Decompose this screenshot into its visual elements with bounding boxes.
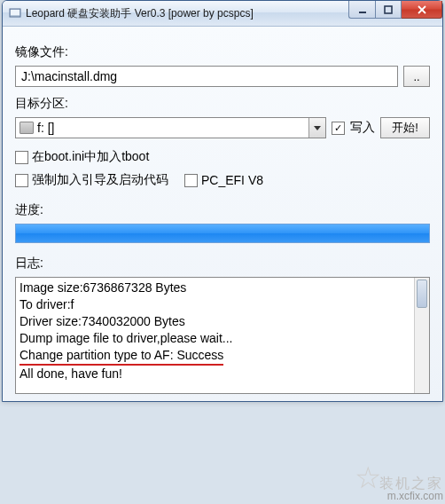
pcefi-label: PC_EFI V8	[201, 173, 263, 187]
write-checkbox[interactable]	[332, 122, 345, 135]
progress-bar	[15, 224, 430, 243]
image-path-input[interactable]	[15, 66, 398, 87]
chevron-down-icon[interactable]	[308, 118, 325, 138]
watermark: ☆装机之家 m.xcfix.com	[355, 466, 443, 502]
app-window: Leopard 硬盘安装助手 Ver0.3 [power by pcspcs] …	[2, 0, 443, 402]
maximize-button[interactable]	[375, 1, 402, 19]
log-scrollbar[interactable]	[414, 278, 429, 393]
log-line: Change partition type to AF: Success	[20, 347, 425, 366]
app-icon	[8, 6, 22, 20]
drive-icon	[20, 122, 34, 134]
star-icon: ☆装机之家	[355, 466, 443, 490]
watermark-url: m.xcfix.com	[355, 490, 443, 502]
browse-button[interactable]: ..	[403, 66, 430, 87]
client-area: 镜像文件: .. 目标分区: f: [] 写入 开始! 在boot.ini中加入…	[3, 27, 442, 401]
minimize-button[interactable]	[348, 1, 375, 19]
tboot-label: 在boot.ini中加入tboot	[32, 149, 149, 165]
start-button[interactable]: 开始!	[380, 117, 430, 138]
options-group: 在boot.ini中加入tboot 强制加入引导及启动代码 PC_EFI V8	[15, 147, 430, 190]
svg-rect-1	[11, 10, 20, 15]
target-partition-value: f: []	[37, 121, 308, 135]
log-line: All done, have fun!	[20, 366, 425, 382]
progress-fill	[16, 224, 429, 242]
progress-label: 进度:	[15, 202, 430, 218]
svg-rect-3	[385, 6, 392, 13]
log-line: To driver:f	[20, 296, 425, 313]
log-output[interactable]: Image size:6736867328 Bytes To driver:f …	[15, 277, 430, 394]
force-label: 强制加入引导及启动代码	[32, 172, 168, 188]
target-partition-label: 目标分区:	[15, 96, 430, 112]
log-label: 日志:	[15, 256, 430, 272]
image-file-label: 镜像文件:	[15, 44, 430, 60]
log-line: Driver size:7340032000 Bytes	[20, 313, 425, 330]
pcefi-checkbox[interactable]	[184, 174, 198, 187]
write-checkbox-label: 写入	[350, 120, 375, 136]
log-line: Image size:6736867328 Bytes	[20, 280, 425, 296]
tboot-checkbox[interactable]	[15, 151, 28, 164]
log-line: Dump image file to driver,please wait...	[20, 330, 425, 347]
scrollbar-thumb[interactable]	[417, 280, 427, 308]
titlebar[interactable]: Leopard 硬盘安装助手 Ver0.3 [power by pcspcs]	[3, 1, 442, 27]
svg-rect-2	[359, 12, 366, 13]
target-partition-combo[interactable]: f: []	[15, 117, 326, 138]
force-checkbox[interactable]	[15, 174, 28, 187]
window-controls	[348, 1, 442, 19]
close-button[interactable]	[402, 1, 442, 19]
